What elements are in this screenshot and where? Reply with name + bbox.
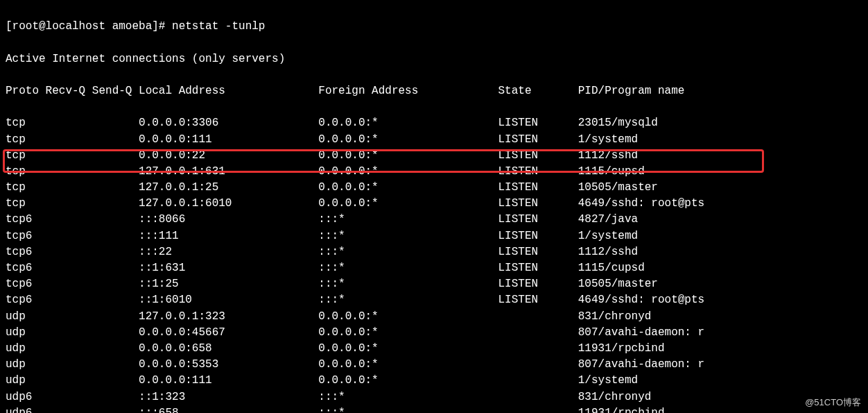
table-row: tcp6 :::22 :::* LISTEN 1112/sshd xyxy=(6,244,862,260)
table-row: tcp 0.0.0.0:3306 0.0.0.0:* LISTEN 23015/… xyxy=(6,115,862,131)
table-row: tcp6 ::1:631 :::* LISTEN 1115/cupsd xyxy=(6,260,862,276)
table-row: tcp6 :::111 :::* LISTEN 1/systemd xyxy=(6,228,862,244)
table-row: tcp 0.0.0.0:22 0.0.0.0:* LISTEN 1112/ssh… xyxy=(6,148,862,164)
table-row: tcp 127.0.0.1:6010 0.0.0.0:* LISTEN 4649… xyxy=(6,196,862,212)
watermark-text: @51CTO博客 xyxy=(805,396,861,409)
table-row: tcp6 :::8066 :::* LISTEN 4827/java xyxy=(6,212,862,228)
prompt-line: [root@localhost amoeba]# netstat -tunlp xyxy=(6,19,862,35)
table-row: udp6 :::658 :::* 11931/rpcbind xyxy=(6,405,862,413)
table-row: udp 127.0.0.1:323 0.0.0.0:* 831/chronyd xyxy=(6,309,862,325)
table-row: tcp 127.0.0.1:631 0.0.0.0:* LISTEN 1115/… xyxy=(6,164,862,180)
column-header: Proto Recv-Q Send-Q Local Address Foreig… xyxy=(6,83,862,99)
table-row: udp 0.0.0.0:658 0.0.0.0:* 11931/rpcbind xyxy=(6,341,862,357)
table-row: tcp6 ::1:25 :::* LISTEN 10505/master xyxy=(6,276,862,292)
header-text: Active Internet connections (only server… xyxy=(6,51,862,67)
table-row: tcp 0.0.0.0:111 0.0.0.0:* LISTEN 1/syste… xyxy=(6,132,862,148)
terminal-output[interactable]: [root@localhost amoeba]# netstat -tunlp … xyxy=(0,0,868,413)
table-row: udp 0.0.0.0:45667 0.0.0.0:* 807/avahi-da… xyxy=(6,325,862,341)
command-text: netstat -tunlp xyxy=(172,20,265,33)
table-row: tcp 127.0.0.1:25 0.0.0.0:* LISTEN 10505/… xyxy=(6,180,862,196)
table-row: tcp6 ::1:6010 :::* LISTEN 4649/sshd: roo… xyxy=(6,292,862,308)
netstat-rows: tcp 0.0.0.0:3306 0.0.0.0:* LISTEN 23015/… xyxy=(6,115,862,413)
table-row: udp6 ::1:323 :::* 831/chronyd xyxy=(6,389,862,405)
table-row: udp 0.0.0.0:5353 0.0.0.0:* 807/avahi-dae… xyxy=(6,357,862,373)
table-row: udp 0.0.0.0:111 0.0.0.0:* 1/systemd xyxy=(6,373,862,389)
shell-prompt: [root@localhost amoeba]# xyxy=(6,20,172,33)
